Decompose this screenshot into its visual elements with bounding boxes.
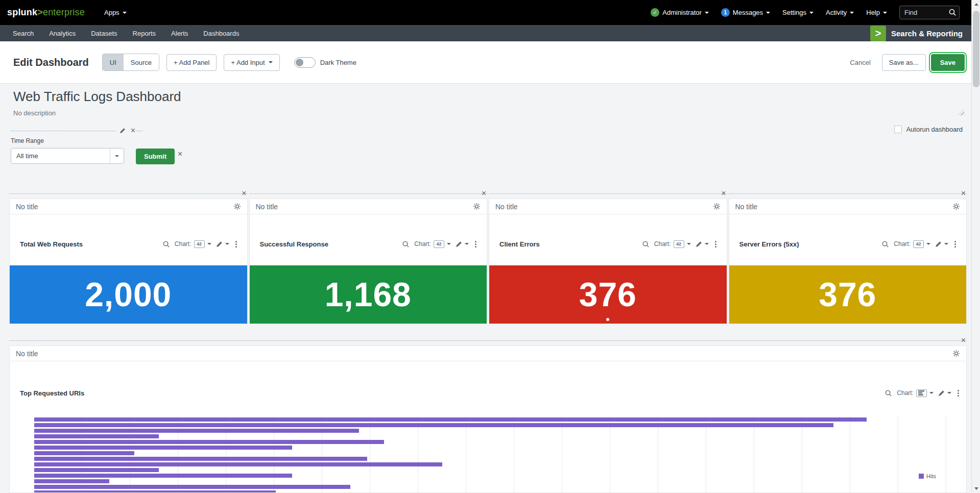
format-menu[interactable] xyxy=(456,241,469,248)
nav-datasets[interactable]: Datasets xyxy=(83,25,125,41)
administrator-menu[interactable]: ✓ Administrator xyxy=(651,8,709,17)
panel-title-placeholder[interactable]: No title xyxy=(16,203,38,211)
bar[interactable] xyxy=(34,423,833,427)
format-menu[interactable] xyxy=(935,241,948,248)
panel-drag-dot xyxy=(606,318,609,321)
remove-submit-icon[interactable]: × xyxy=(178,150,182,158)
remove-panel-icon[interactable]: × xyxy=(242,189,246,198)
scrollbar-thumb[interactable] xyxy=(973,11,979,87)
gear-icon[interactable] xyxy=(233,203,241,210)
single-value-panels-row: × No title Total Web Requests Chart: xyxy=(9,193,967,324)
ui-tab[interactable]: UI xyxy=(103,54,124,70)
open-in-search-icon[interactable] xyxy=(162,240,170,248)
panel-title-placeholder[interactable]: No title xyxy=(16,350,38,358)
bar-chart-region[interactable]: url Hits xyxy=(34,415,959,492)
kebab-menu-icon[interactable] xyxy=(475,241,476,248)
autorun-checkbox[interactable] xyxy=(894,126,902,133)
help-menu[interactable]: Help xyxy=(866,9,887,16)
remove-input-icon[interactable]: × xyxy=(131,127,135,135)
source-tab[interactable]: Source xyxy=(124,54,159,70)
panel-title-placeholder[interactable]: No title xyxy=(256,203,278,211)
kebab-menu-icon[interactable] xyxy=(958,390,959,397)
format-menu[interactable] xyxy=(216,241,229,248)
format-menu[interactable] xyxy=(696,241,709,248)
activity-menu[interactable]: Activity xyxy=(826,9,854,16)
resize-grip-icon[interactable] xyxy=(958,109,964,115)
open-in-search-icon[interactable] xyxy=(642,240,650,248)
time-range-dropdown[interactable]: All time xyxy=(11,148,124,164)
viz-title: Client Errors xyxy=(499,240,540,248)
panel-body: Total Web Requests Chart: 42 xyxy=(10,214,247,324)
panel-body: Server Errors (5xx) Chart: 42 xyxy=(729,214,967,324)
kebab-menu-icon[interactable] xyxy=(954,241,956,248)
chart-legend[interactable]: Hits xyxy=(917,473,938,480)
open-in-search-icon[interactable] xyxy=(402,240,410,248)
submit-button[interactable]: Submit xyxy=(136,149,175,164)
chevron-down-icon xyxy=(705,12,709,14)
format-brush-icon xyxy=(938,390,945,397)
edit-pencil-icon[interactable] xyxy=(119,128,126,134)
nav-search[interactable]: Search xyxy=(5,25,41,41)
chart-type-selector[interactable]: Chart: 42 xyxy=(654,240,691,248)
bar[interactable] xyxy=(34,468,159,472)
bar[interactable] xyxy=(34,417,867,422)
dashboard-description[interactable]: No description xyxy=(13,109,56,117)
dashboard-title[interactable]: Web Traffic Logs Dashboard xyxy=(13,89,181,105)
panel-body: Client Errors Chart: 42 xyxy=(489,214,727,324)
gear-icon[interactable] xyxy=(952,350,960,357)
kebab-menu-icon[interactable] xyxy=(715,241,716,248)
bar[interactable] xyxy=(34,434,159,438)
bar[interactable] xyxy=(34,462,442,466)
search-icon[interactable] xyxy=(948,8,957,16)
open-in-search-icon[interactable] xyxy=(885,389,892,397)
bar[interactable] xyxy=(34,457,367,461)
kebab-menu-icon[interactable] xyxy=(235,241,237,248)
panel-title-placeholder[interactable]: No title xyxy=(495,203,518,211)
messages-menu[interactable]: 1 Messages xyxy=(721,8,770,17)
settings-menu[interactable]: Settings xyxy=(782,9,814,16)
bar[interactable] xyxy=(34,474,292,478)
gear-icon[interactable] xyxy=(473,203,481,210)
bar[interactable] xyxy=(34,479,109,483)
nav-reports[interactable]: Reports xyxy=(125,25,164,41)
add-input-button[interactable]: + Add Input xyxy=(224,54,279,71)
chart-type-selector[interactable]: Chart: xyxy=(897,389,934,397)
save-as-button[interactable]: Save as... xyxy=(882,54,926,71)
add-panel-button[interactable]: + Add Panel xyxy=(166,54,217,71)
splunk-logo[interactable]: splunk>enterprise xyxy=(7,7,85,18)
bar[interactable] xyxy=(34,446,292,450)
panel-body: Successful Response Chart: 42 xyxy=(250,214,487,324)
viz-title-row: Top Requested URIs Chart: xyxy=(20,388,959,398)
chart-type-selector[interactable]: Chart: 42 xyxy=(175,240,211,248)
nav-analytics[interactable]: Analytics xyxy=(41,25,83,41)
remove-panel-icon[interactable]: × xyxy=(961,189,966,198)
bar[interactable] xyxy=(34,451,134,455)
gear-icon[interactable] xyxy=(713,203,721,210)
nav-alerts[interactable]: Alerts xyxy=(163,25,196,41)
chart-type-selector[interactable]: Chart: 42 xyxy=(414,240,451,248)
vertical-scrollbar[interactable] xyxy=(971,0,980,493)
bar[interactable] xyxy=(34,490,276,492)
cancel-button[interactable]: Cancel xyxy=(844,54,876,71)
gear-icon[interactable] xyxy=(952,203,960,210)
nav-dashboards[interactable]: Dashboards xyxy=(196,25,247,41)
chart-type-selector[interactable]: Chart: 42 xyxy=(894,240,930,248)
current-app-identity[interactable]: > Search & Reporting xyxy=(870,26,963,41)
bar[interactable] xyxy=(34,429,359,433)
format-brush-icon xyxy=(696,241,702,248)
save-button[interactable]: Save xyxy=(931,54,965,71)
remove-panel-icon[interactable]: × xyxy=(482,189,486,198)
open-in-search-icon[interactable] xyxy=(881,240,889,248)
panel-title-placeholder[interactable]: No title xyxy=(735,203,758,211)
bar[interactable] xyxy=(34,440,384,444)
bar[interactable] xyxy=(34,485,350,489)
remove-panel-icon[interactable]: × xyxy=(721,189,726,198)
scroll-up-arrow[interactable] xyxy=(972,0,980,9)
dark-theme-toggle[interactable] xyxy=(294,57,316,68)
single-value-number: 376 xyxy=(819,275,876,314)
single-value-number: 2,000 xyxy=(85,275,172,314)
remove-panel-icon[interactable]: × xyxy=(961,336,966,344)
scroll-down-arrow[interactable] xyxy=(972,484,980,493)
format-menu[interactable] xyxy=(938,390,951,397)
apps-menu[interactable]: Apps xyxy=(104,9,127,16)
